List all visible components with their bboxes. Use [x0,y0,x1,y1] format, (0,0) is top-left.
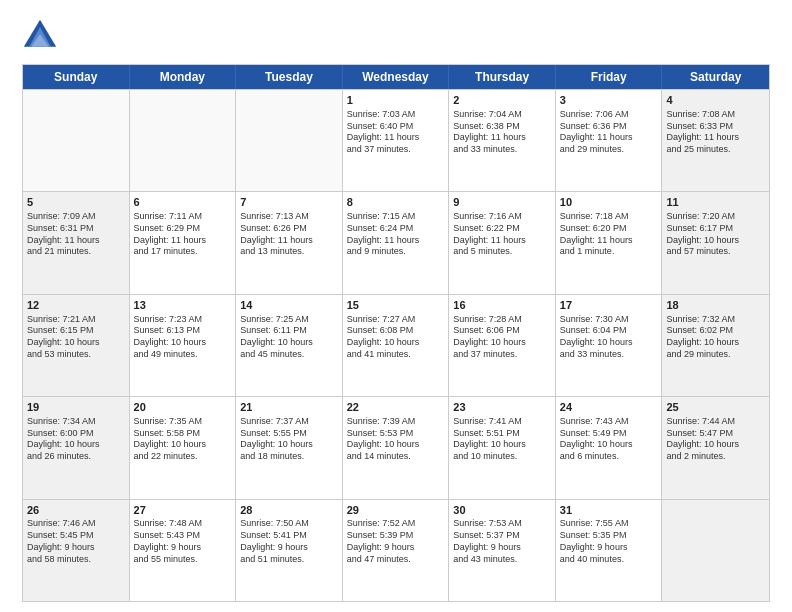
day-cell-7: 7Sunrise: 7:13 AM Sunset: 6:26 PM Daylig… [236,192,343,293]
day-number: 7 [240,195,338,210]
header-day-tuesday: Tuesday [236,65,343,89]
day-cell-14: 14Sunrise: 7:25 AM Sunset: 6:11 PM Dayli… [236,295,343,396]
day-info: Sunrise: 7:27 AM Sunset: 6:08 PM Dayligh… [347,314,445,361]
day-number: 16 [453,298,551,313]
day-cell-23: 23Sunrise: 7:41 AM Sunset: 5:51 PM Dayli… [449,397,556,498]
day-info: Sunrise: 7:43 AM Sunset: 5:49 PM Dayligh… [560,416,658,463]
day-info: Sunrise: 7:11 AM Sunset: 6:29 PM Dayligh… [134,211,232,258]
header-day-sunday: Sunday [23,65,130,89]
day-cell-19: 19Sunrise: 7:34 AM Sunset: 6:00 PM Dayli… [23,397,130,498]
day-number: 1 [347,93,445,108]
day-info: Sunrise: 7:08 AM Sunset: 6:33 PM Dayligh… [666,109,765,156]
calendar-body: 1Sunrise: 7:03 AM Sunset: 6:40 PM Daylig… [23,89,769,601]
day-cell-6: 6Sunrise: 7:11 AM Sunset: 6:29 PM Daylig… [130,192,237,293]
day-cell-12: 12Sunrise: 7:21 AM Sunset: 6:15 PM Dayli… [23,295,130,396]
day-info: Sunrise: 7:28 AM Sunset: 6:06 PM Dayligh… [453,314,551,361]
day-info: Sunrise: 7:09 AM Sunset: 6:31 PM Dayligh… [27,211,125,258]
day-cell-3: 3Sunrise: 7:06 AM Sunset: 6:36 PM Daylig… [556,90,663,191]
calendar-row-2: 12Sunrise: 7:21 AM Sunset: 6:15 PM Dayli… [23,294,769,396]
day-info: Sunrise: 7:41 AM Sunset: 5:51 PM Dayligh… [453,416,551,463]
header-day-saturday: Saturday [662,65,769,89]
day-cell-16: 16Sunrise: 7:28 AM Sunset: 6:06 PM Dayli… [449,295,556,396]
day-cell-24: 24Sunrise: 7:43 AM Sunset: 5:49 PM Dayli… [556,397,663,498]
day-cell-22: 22Sunrise: 7:39 AM Sunset: 5:53 PM Dayli… [343,397,450,498]
header-day-monday: Monday [130,65,237,89]
day-number: 31 [560,503,658,518]
day-cell-20: 20Sunrise: 7:35 AM Sunset: 5:58 PM Dayli… [130,397,237,498]
day-info: Sunrise: 7:15 AM Sunset: 6:24 PM Dayligh… [347,211,445,258]
day-cell-8: 8Sunrise: 7:15 AM Sunset: 6:24 PM Daylig… [343,192,450,293]
header-day-thursday: Thursday [449,65,556,89]
day-cell-27: 27Sunrise: 7:48 AM Sunset: 5:43 PM Dayli… [130,500,237,601]
day-info: Sunrise: 7:20 AM Sunset: 6:17 PM Dayligh… [666,211,765,258]
day-info: Sunrise: 7:32 AM Sunset: 6:02 PM Dayligh… [666,314,765,361]
day-info: Sunrise: 7:21 AM Sunset: 6:15 PM Dayligh… [27,314,125,361]
day-number: 6 [134,195,232,210]
day-cell-9: 9Sunrise: 7:16 AM Sunset: 6:22 PM Daylig… [449,192,556,293]
day-cell-11: 11Sunrise: 7:20 AM Sunset: 6:17 PM Dayli… [662,192,769,293]
day-number: 19 [27,400,125,415]
day-info: Sunrise: 7:16 AM Sunset: 6:22 PM Dayligh… [453,211,551,258]
day-number: 14 [240,298,338,313]
day-info: Sunrise: 7:39 AM Sunset: 5:53 PM Dayligh… [347,416,445,463]
day-info: Sunrise: 7:23 AM Sunset: 6:13 PM Dayligh… [134,314,232,361]
day-info: Sunrise: 7:53 AM Sunset: 5:37 PM Dayligh… [453,518,551,565]
day-number: 10 [560,195,658,210]
day-cell-26: 26Sunrise: 7:46 AM Sunset: 5:45 PM Dayli… [23,500,130,601]
day-number: 23 [453,400,551,415]
calendar-row-0: 1Sunrise: 7:03 AM Sunset: 6:40 PM Daylig… [23,89,769,191]
day-info: Sunrise: 7:25 AM Sunset: 6:11 PM Dayligh… [240,314,338,361]
day-info: Sunrise: 7:30 AM Sunset: 6:04 PM Dayligh… [560,314,658,361]
empty-cell-0-0 [23,90,130,191]
calendar-row-3: 19Sunrise: 7:34 AM Sunset: 6:00 PM Dayli… [23,396,769,498]
day-cell-2: 2Sunrise: 7:04 AM Sunset: 6:38 PM Daylig… [449,90,556,191]
day-number: 5 [27,195,125,210]
calendar: SundayMondayTuesdayWednesdayThursdayFrid… [22,64,770,602]
day-number: 30 [453,503,551,518]
empty-cell-4-6 [662,500,769,601]
day-number: 20 [134,400,232,415]
calendar-row-1: 5Sunrise: 7:09 AM Sunset: 6:31 PM Daylig… [23,191,769,293]
day-info: Sunrise: 7:13 AM Sunset: 6:26 PM Dayligh… [240,211,338,258]
day-number: 11 [666,195,765,210]
header-day-friday: Friday [556,65,663,89]
day-info: Sunrise: 7:50 AM Sunset: 5:41 PM Dayligh… [240,518,338,565]
day-cell-21: 21Sunrise: 7:37 AM Sunset: 5:55 PM Dayli… [236,397,343,498]
day-info: Sunrise: 7:03 AM Sunset: 6:40 PM Dayligh… [347,109,445,156]
day-cell-25: 25Sunrise: 7:44 AM Sunset: 5:47 PM Dayli… [662,397,769,498]
empty-cell-0-1 [130,90,237,191]
day-info: Sunrise: 7:44 AM Sunset: 5:47 PM Dayligh… [666,416,765,463]
day-cell-5: 5Sunrise: 7:09 AM Sunset: 6:31 PM Daylig… [23,192,130,293]
day-info: Sunrise: 7:18 AM Sunset: 6:20 PM Dayligh… [560,211,658,258]
day-cell-28: 28Sunrise: 7:50 AM Sunset: 5:41 PM Dayli… [236,500,343,601]
day-cell-10: 10Sunrise: 7:18 AM Sunset: 6:20 PM Dayli… [556,192,663,293]
day-cell-31: 31Sunrise: 7:55 AM Sunset: 5:35 PM Dayli… [556,500,663,601]
day-number: 22 [347,400,445,415]
day-number: 4 [666,93,765,108]
calendar-header: SundayMondayTuesdayWednesdayThursdayFrid… [23,65,769,89]
day-number: 9 [453,195,551,210]
day-info: Sunrise: 7:52 AM Sunset: 5:39 PM Dayligh… [347,518,445,565]
day-number: 13 [134,298,232,313]
day-number: 15 [347,298,445,313]
day-info: Sunrise: 7:37 AM Sunset: 5:55 PM Dayligh… [240,416,338,463]
day-info: Sunrise: 7:48 AM Sunset: 5:43 PM Dayligh… [134,518,232,565]
logo [22,18,62,54]
day-cell-29: 29Sunrise: 7:52 AM Sunset: 5:39 PM Dayli… [343,500,450,601]
day-cell-18: 18Sunrise: 7:32 AM Sunset: 6:02 PM Dayli… [662,295,769,396]
day-number: 26 [27,503,125,518]
day-cell-13: 13Sunrise: 7:23 AM Sunset: 6:13 PM Dayli… [130,295,237,396]
day-number: 18 [666,298,765,313]
logo-icon [22,18,58,54]
day-number: 25 [666,400,765,415]
empty-cell-0-2 [236,90,343,191]
day-number: 8 [347,195,445,210]
day-number: 24 [560,400,658,415]
day-number: 27 [134,503,232,518]
day-info: Sunrise: 7:34 AM Sunset: 6:00 PM Dayligh… [27,416,125,463]
calendar-row-4: 26Sunrise: 7:46 AM Sunset: 5:45 PM Dayli… [23,499,769,601]
day-number: 2 [453,93,551,108]
day-info: Sunrise: 7:06 AM Sunset: 6:36 PM Dayligh… [560,109,658,156]
day-info: Sunrise: 7:35 AM Sunset: 5:58 PM Dayligh… [134,416,232,463]
day-info: Sunrise: 7:55 AM Sunset: 5:35 PM Dayligh… [560,518,658,565]
